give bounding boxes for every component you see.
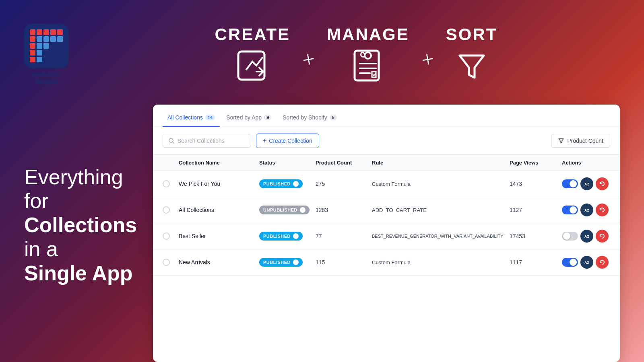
table-container: Collection Name Status Product Count Rul…	[153, 154, 620, 276]
page-views-2: 1127	[510, 207, 562, 213]
actions-cell-2: AZ	[562, 204, 610, 216]
logo-dot	[43, 50, 49, 56]
product-count-1: 275	[316, 181, 372, 187]
col-header-status: Status	[259, 160, 316, 166]
action-refresh-2[interactable]	[596, 204, 609, 216]
tab-sorted-by-shopify[interactable]: Sorted by Shopify 5	[278, 111, 342, 127]
status-toggle-dot-3	[293, 233, 299, 239]
action-sort-1[interactable]: AZ	[580, 177, 593, 190]
col-header-page-views: Page Views	[510, 160, 562, 166]
logo-dot	[37, 57, 42, 62]
action-toggle-3[interactable]	[562, 232, 578, 241]
hero-text: Everything for Collections in a Single A…	[24, 165, 137, 286]
actions-cell-4: AZ	[562, 256, 610, 269]
logo-dot	[30, 36, 35, 42]
logo-dot	[37, 50, 42, 56]
refresh-icon-3	[599, 233, 605, 239]
row-checkbox-2[interactable]	[163, 206, 179, 214]
collection-name-3: Best Seller	[179, 233, 259, 239]
header-manage-group: MANAGE	[327, 25, 409, 84]
product-count-label: Product Count	[568, 138, 604, 144]
logo-dot	[37, 43, 42, 49]
refresh-icon-1	[599, 181, 605, 187]
rule-2: ADD_TO_CART_RATE	[372, 207, 510, 213]
sort-az-icon-3: AZ	[584, 233, 590, 239]
toggle-knob-1	[570, 180, 577, 187]
tab-sorted-by-shopify-badge: 5	[330, 115, 337, 120]
search-placeholder: Search Collections	[178, 138, 225, 144]
logo-dot	[50, 43, 56, 49]
page-views-1: 1473	[510, 181, 562, 187]
toggle-knob-4	[570, 259, 577, 266]
row-checkbox-3[interactable]	[163, 232, 179, 240]
logo-dot	[43, 43, 49, 49]
tab-all-collections-label: All Collections	[167, 114, 203, 121]
sort-az-icon-2: AZ	[584, 207, 590, 213]
logo-box	[24, 24, 68, 68]
actions-cell-3: AZ	[562, 230, 610, 243]
status-cell-1: PUBLISHED	[259, 179, 316, 188]
product-count-2: 1283	[316, 207, 372, 213]
logo-dot	[57, 36, 63, 42]
logo-dot	[30, 43, 35, 49]
svg-rect-2	[355, 51, 379, 80]
toggle-knob-2	[570, 206, 577, 214]
header-icons: CREATE + MANAGE +	[93, 25, 620, 84]
logo-dot	[50, 57, 56, 62]
header-sort-group: SORT	[446, 25, 498, 84]
toggle-knob-3	[563, 232, 570, 240]
manage-title: MANAGE	[327, 25, 409, 44]
status-badge-2: UNPUBLISHED	[259, 206, 310, 214]
page-views-3: 17453	[510, 233, 562, 239]
svg-text:AZ: AZ	[584, 208, 589, 212]
product-count-3: 77	[316, 233, 372, 239]
action-refresh-4[interactable]	[596, 256, 609, 269]
col-header-rule: Rule	[372, 160, 510, 166]
collection-name-4: New Arrivals	[179, 259, 259, 265]
action-toggle-4[interactable]	[562, 258, 578, 267]
header-area: CollectionManager CREATE + MANAGE	[0, 0, 644, 105]
rule-3: BEST_REVENUE_GENERATOR_WITH_VARIANT_AVAI…	[372, 234, 510, 239]
logo-dot	[43, 57, 49, 62]
product-count-4: 115	[316, 259, 372, 265]
action-refresh-3[interactable]	[596, 230, 609, 243]
status-cell-4: PUBLISHED	[259, 258, 316, 267]
logo-dot	[50, 29, 56, 35]
action-toggle-1[interactable]	[562, 179, 578, 188]
refresh-icon-4	[599, 259, 605, 265]
left-panel: Everything for Collections in a Single A…	[24, 105, 137, 362]
create-collection-button[interactable]: + Create Collection	[256, 134, 319, 148]
action-sort-4[interactable]: AZ	[580, 256, 593, 269]
status-toggle-dot-4	[293, 259, 299, 265]
status-cell-2: UNPUBLISHED	[259, 206, 316, 214]
tab-sorted-by-app[interactable]: Sorted by App 9	[221, 111, 276, 127]
plus-icon-1: +	[301, 47, 317, 72]
col-header-actions: Actions	[562, 160, 610, 166]
action-refresh-1[interactable]	[596, 177, 609, 190]
row-checkbox-4[interactable]	[163, 259, 179, 266]
logo-dot	[30, 29, 35, 35]
create-collection-label: Create Collection	[269, 138, 312, 144]
table-row: We Pick For You PUBLISHED 275 Custom For…	[153, 171, 620, 197]
logo-dot	[57, 29, 63, 35]
manage-icon	[350, 47, 386, 84]
tab-all-collections[interactable]: All Collections 14	[163, 111, 220, 127]
toolbar: Search Collections + Create Collection P…	[153, 127, 620, 154]
action-toggle-2[interactable]	[562, 206, 578, 214]
table-row: Best Seller PUBLISHED 77 BEST_REVENUE_GE…	[153, 223, 620, 249]
search-box[interactable]: Search Collections	[163, 134, 251, 148]
action-sort-3[interactable]: AZ	[580, 230, 593, 243]
svg-text:AZ: AZ	[584, 182, 589, 186]
create-plus-icon: +	[263, 137, 266, 144]
row-checkbox-1[interactable]	[163, 180, 179, 187]
logo-dot	[37, 29, 42, 35]
tab-all-collections-badge: 14	[205, 115, 215, 120]
main-content: Everything for Collections in a Single A…	[0, 105, 644, 362]
col-header-checkbox	[163, 160, 179, 166]
product-count-button[interactable]: Product Count	[551, 134, 611, 148]
refresh-icon-2	[599, 207, 605, 213]
tab-sorted-by-app-badge: 9	[264, 115, 271, 120]
header-create-group: CREATE	[215, 25, 291, 84]
action-sort-2[interactable]: AZ	[580, 204, 593, 216]
sort-title: SORT	[446, 25, 498, 44]
